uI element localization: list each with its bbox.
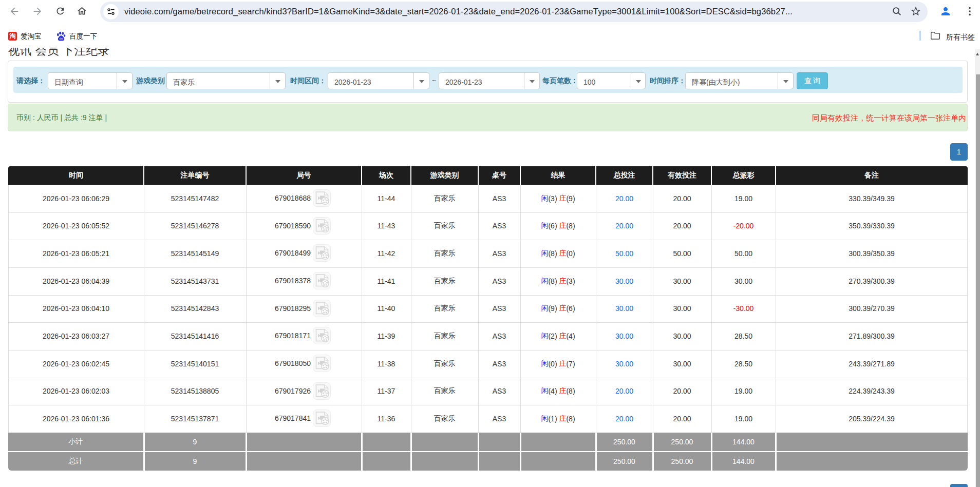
svg-text:du: du	[60, 37, 63, 40]
